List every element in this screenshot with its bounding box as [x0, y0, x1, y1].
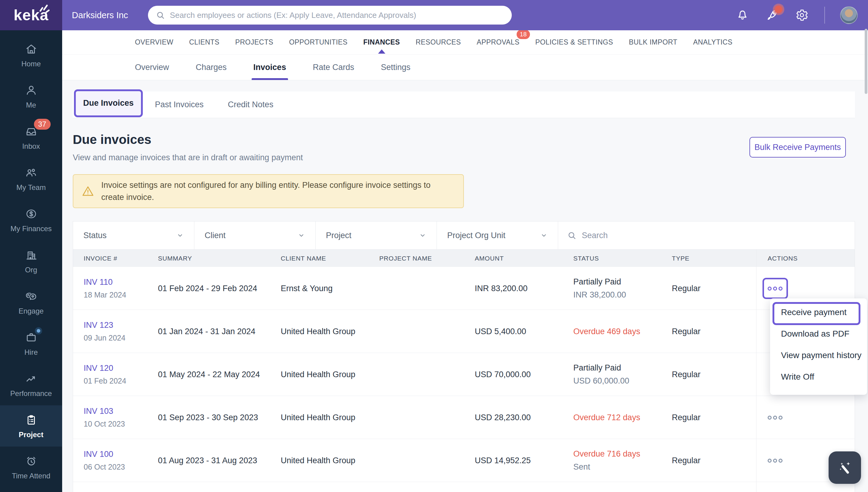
- tab-resources[interactable]: RESOURCES: [416, 31, 461, 54]
- client-cell: Ernst & Young: [281, 284, 379, 293]
- notifications-bell-icon[interactable]: [735, 8, 750, 22]
- tab-approvals[interactable]: APPROVALS18: [476, 31, 519, 54]
- menu-item-receive-payment[interactable]: Receive payment: [770, 301, 867, 323]
- client-cell: United Health Group: [281, 327, 379, 336]
- settings-gear-icon[interactable]: [795, 8, 809, 22]
- menu-item-write-off[interactable]: Write Off: [770, 366, 867, 388]
- table-row: INV 12001 Feb 2024 01 May 2024 - 22 May …: [73, 353, 855, 396]
- status-secondary: Sent: [573, 462, 666, 472]
- table-search-input[interactable]: [582, 231, 846, 240]
- table-search[interactable]: [558, 221, 855, 249]
- tab-projects[interactable]: PROJECTS: [235, 31, 274, 54]
- bulk-receive-payments-button[interactable]: Bulk Receive Payments: [749, 137, 846, 157]
- table-header-row: INVOICE # SUMMARY CLIENT NAME PROJECT NA…: [73, 250, 855, 267]
- sidebar-item-time-attend[interactable]: Time Attend: [0, 447, 62, 488]
- row-actions-menu-icon[interactable]: [768, 416, 782, 420]
- sidebar: Home Me 37 Inbox My Team: [0, 30, 62, 492]
- tab-credit-notes[interactable]: Credit Notes: [228, 100, 274, 109]
- warning-triangle-icon: [81, 184, 95, 198]
- amount-cell: USD 14,952.25: [475, 456, 573, 465]
- chevron-down-icon: [177, 232, 184, 239]
- tab-bulk-import[interactable]: BULK IMPORT: [629, 31, 677, 54]
- summary-cell: 01 May 2024 - 22 May 2024: [158, 370, 281, 379]
- tab-overview[interactable]: OVERVIEW: [135, 31, 173, 54]
- invoice-link[interactable]: INV 100: [84, 449, 152, 459]
- invoice-link[interactable]: INV 123: [84, 321, 152, 330]
- menu-item-download-pdf[interactable]: Download as PDF: [770, 323, 867, 344]
- sidebar-item-hire[interactable]: Hire: [0, 323, 62, 364]
- status-secondary: INR 38,200.00: [573, 290, 666, 300]
- subtab-invoices[interactable]: Invoices: [254, 54, 286, 80]
- filter-org-unit-dropdown[interactable]: Project Org Unit: [437, 221, 558, 249]
- time-attend-clock-icon: [25, 454, 38, 468]
- user-avatar[interactable]: [840, 6, 858, 24]
- performance-trend-icon: [25, 372, 38, 385]
- subtab-settings[interactable]: Settings: [381, 54, 410, 80]
- filter-status-dropdown[interactable]: Status: [73, 221, 194, 249]
- chevron-down-icon: [298, 232, 305, 239]
- chevron-down-icon: [419, 232, 426, 239]
- col-status: STATUS: [573, 255, 672, 262]
- type-cell: Regular: [672, 327, 756, 336]
- chevron-down-icon: [540, 232, 547, 239]
- topbar-divider: [824, 7, 825, 24]
- tab-finances[interactable]: FINANCES: [363, 31, 400, 54]
- warning-banner: Invoice settings are not configured for …: [73, 174, 464, 208]
- project-clipboard-icon: [25, 413, 38, 426]
- sidebar-item-home[interactable]: Home: [0, 34, 62, 76]
- table-row: INV 10310 Oct 2023 01 Sep 2023 - 30 Sep …: [73, 396, 855, 439]
- sidebar-item-engage[interactable]: Engage: [0, 282, 62, 323]
- invoice-link[interactable]: INV 110: [84, 277, 152, 287]
- page-subtitle: View and manage invoices that are in dra…: [73, 153, 303, 163]
- sidebar-item-project[interactable]: Project: [0, 405, 62, 447]
- col-actions: ACTIONS: [756, 250, 855, 267]
- filter-project-dropdown[interactable]: Project: [315, 221, 437, 249]
- type-cell: Regular: [672, 456, 756, 465]
- sidebar-item-my-team[interactable]: My Team: [0, 158, 62, 199]
- status-primary: Overdue 469 days: [573, 327, 666, 336]
- subtab-overview[interactable]: Overview: [135, 54, 169, 80]
- global-search[interactable]: [148, 6, 512, 25]
- summary-cell: 01 Feb 2024 - 29 Feb 2024: [158, 284, 281, 293]
- rocket-icon[interactable]: [765, 8, 779, 22]
- sidebar-item-performance[interactable]: Performance: [0, 364, 62, 405]
- invoice-link[interactable]: INV 120: [84, 364, 152, 373]
- subtab-rate-cards[interactable]: Rate Cards: [313, 54, 354, 80]
- client-cell: United Health Group: [281, 456, 379, 465]
- actions-cell: [756, 396, 855, 439]
- engage-chat-icon: [25, 290, 38, 303]
- invoice-link[interactable]: INV 103: [84, 407, 152, 416]
- type-cell: Regular: [672, 284, 756, 293]
- invoices-table-card: Status Client Project Project Org U: [73, 221, 855, 492]
- finances-subnav: Overview Charges Invoices Rate Cards Set…: [62, 54, 868, 80]
- keka-logo[interactable]: keka: [0, 0, 62, 30]
- sidebar-item-me[interactable]: Me: [0, 76, 62, 117]
- sidebar-item-my-finances[interactable]: My Finances: [0, 199, 62, 241]
- sidebar-item-org[interactable]: Org: [0, 241, 62, 282]
- amount-cell: USD 5,400.00: [475, 327, 573, 336]
- scrollbar-thumb[interactable]: [865, 29, 867, 94]
- filter-client-dropdown[interactable]: Client: [194, 221, 315, 249]
- magic-wand-fab[interactable]: [828, 451, 861, 484]
- tab-opportunities[interactable]: OPPORTUNITIES: [289, 31, 348, 54]
- col-type: TYPE: [672, 255, 756, 262]
- tab-analytics[interactable]: ANALYTICS: [693, 31, 732, 54]
- client-cell: United Health Group: [281, 370, 379, 379]
- sidebar-item-inbox[interactable]: 37 Inbox: [0, 117, 62, 158]
- subtab-charges[interactable]: Charges: [196, 54, 227, 80]
- col-summary: SUMMARY: [158, 255, 281, 262]
- table-row: INV 9704 Sept 2023 01 Jun 2023 - 31 Aug …: [73, 482, 855, 492]
- tab-past-invoices[interactable]: Past Invoices: [155, 100, 204, 109]
- tab-policies-settings[interactable]: POLICIES & SETTINGS: [535, 31, 613, 54]
- invoice-date: 06 Oct 2023: [84, 463, 152, 471]
- global-search-input[interactable]: [170, 10, 504, 20]
- invoice-tab-strip: Due Invoices Past Invoices Credit Notes: [73, 92, 855, 118]
- status-primary: Overdue 712 days: [573, 413, 666, 422]
- menu-item-view-payment-history[interactable]: View payment history: [770, 344, 867, 366]
- tab-clients[interactable]: CLIENTS: [189, 31, 219, 54]
- tab-due-invoices-highlighted[interactable]: Due Invoices: [74, 89, 143, 117]
- main-nav: OVERVIEW CLIENTS PROJECTS OPPORTUNITIES …: [62, 30, 868, 54]
- rocket-notification-dot: [775, 5, 782, 13]
- amount-cell: INR 83,200.00: [475, 284, 573, 293]
- row-actions-menu-icon[interactable]: [768, 459, 782, 463]
